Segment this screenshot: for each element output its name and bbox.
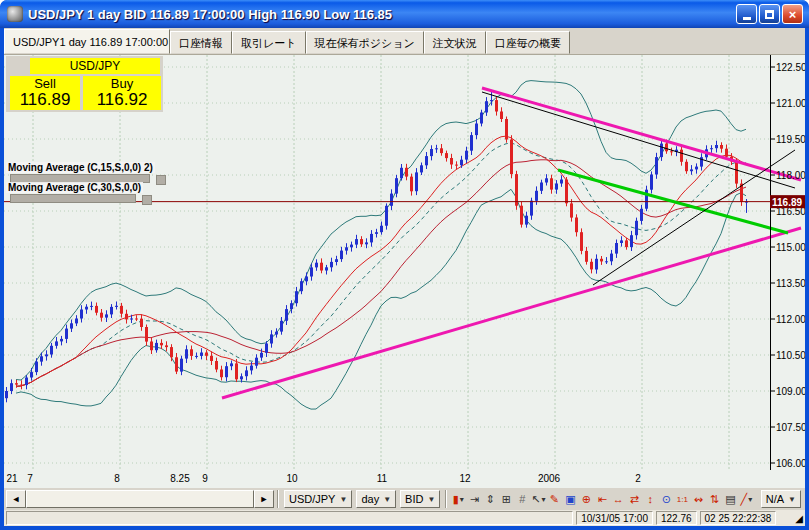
pair-select[interactable]: USD/JPY▼	[284, 490, 352, 508]
tab-open-positions[interactable]: 現在保有ポジション	[306, 31, 424, 54]
chart-scrollbar[interactable]	[26, 490, 254, 508]
status-clock: 02 25 22:22:38	[700, 511, 777, 525]
line-style-icon[interactable]: ╱▾	[738, 490, 754, 508]
scale-horizontal-icon[interactable]: ↭	[690, 490, 706, 508]
svg-text:21: 21	[6, 473, 18, 484]
toolbar-separator	[445, 490, 447, 508]
tab-chart[interactable]: USD/JPY1 day 116.89 17:00:00	[4, 29, 170, 54]
svg-text:11: 11	[377, 473, 388, 484]
scale-1-1-icon[interactable]: 1:1	[674, 490, 690, 508]
pair-select-value: USD/JPY	[289, 493, 335, 505]
svg-text:10: 10	[286, 473, 298, 484]
period-select-value: day	[361, 493, 379, 505]
scale-vertical-icon[interactable]: ⇅	[706, 490, 722, 508]
zoom-to-fit-icon[interactable]: ⇤	[594, 490, 610, 508]
sell-price: 116.89	[10, 91, 80, 109]
indicator-label-ma30[interactable]: Moving Average (C,30,S,0,0)	[6, 182, 143, 193]
pointer-tool-icon[interactable]: ↖▾	[530, 490, 546, 508]
toolbar-separator	[277, 490, 279, 508]
app-window: USD/JPY 1 day BID 116.89 17:00:00 High 1…	[0, 0, 809, 530]
maximize-button[interactable]	[759, 4, 780, 24]
grid-icon[interactable]: ⊞	[498, 490, 514, 508]
svg-text:119.50: 119.50	[776, 134, 805, 145]
svg-text:122.50: 122.50	[776, 62, 805, 73]
indicator-resize-handle[interactable]	[142, 195, 152, 205]
minimize-button[interactable]	[736, 4, 757, 24]
svg-text:113.50: 113.50	[776, 278, 805, 289]
svg-text:9: 9	[202, 473, 208, 484]
maximize-icon	[765, 10, 774, 19]
chevron-down-icon: ▼	[383, 495, 391, 504]
buy-price: 116.92	[83, 91, 161, 109]
tab-bar: USD/JPY1 day 116.89 17:00:00 口座情報 取引レート …	[4, 28, 805, 55]
svg-text:7: 7	[27, 473, 33, 484]
clear-selection-icon[interactable]: #	[514, 490, 530, 508]
chevron-down-icon: ▼	[427, 495, 435, 504]
price-chart-canvas[interactable]: 122.50121.00119.50118.00116.50115.00113.…	[4, 55, 805, 488]
data-window-icon[interactable]: ▤	[722, 490, 738, 508]
svg-text:118.00: 118.00	[776, 170, 805, 181]
buy-button[interactable]: Buy 116.92	[83, 76, 161, 110]
tab-dealing-rates[interactable]: 取引レート	[232, 31, 306, 54]
status-bar: 10/31/05 17:00 122.76 02 25 22:22:38 ◢	[4, 510, 805, 526]
scroll-left-button[interactable]: ◄	[6, 490, 26, 508]
svg-text:116.89: 116.89	[772, 197, 802, 208]
candle-style-icon[interactable]: ▮▾	[450, 490, 466, 508]
compress-horizontal-icon[interactable]: ⇄	[626, 490, 642, 508]
resize-grip[interactable]: ◢	[795, 513, 803, 524]
draw-trendline-icon[interactable]: ✎	[546, 490, 562, 508]
fit-vertical-icon[interactable]: ⇕	[482, 490, 498, 508]
scroll-right-button[interactable]: ►	[254, 490, 274, 508]
buy-label: Buy	[83, 76, 161, 91]
indicator-handle-ma30[interactable]	[10, 194, 136, 203]
svg-text:109.00: 109.00	[776, 386, 805, 397]
svg-text:8.25: 8.25	[170, 473, 190, 484]
indicator-ma30: Moving Average (C,30,S,0,0)	[6, 182, 143, 203]
svg-text:12: 12	[459, 473, 471, 484]
quote-pair-label: USD/JPY	[30, 58, 160, 74]
chevron-down-icon: ▼	[339, 495, 347, 504]
goto-latest-icon[interactable]: ⇥	[466, 490, 482, 508]
svg-text:2006: 2006	[538, 473, 561, 484]
status-datetime: 10/31/05 17:00	[576, 511, 653, 525]
app-icon	[7, 6, 23, 22]
minimize-icon	[743, 17, 751, 20]
overlay-select[interactable]: N/A▼	[761, 490, 801, 508]
indicator-label-ma15[interactable]: Moving Average (C,15,S,0,0) 2)	[6, 162, 155, 173]
quote-panel: USD/JPY Sell 116.89 Buy 116.92	[6, 56, 163, 112]
connection-status-icon	[779, 512, 792, 525]
chart-area: 122.50121.00119.50118.00116.50115.00113.…	[4, 55, 805, 488]
chart-toolbar: ◄ ► USD/JPY▼ day▼ BID▼ ▮▾⇥⇕⊞#↖▾✎▣⊕⇤↔⇄↕⊙1…	[4, 488, 805, 510]
svg-text:107.50: 107.50	[776, 422, 805, 433]
svg-text:110.50: 110.50	[776, 350, 805, 361]
svg-text:121.00: 121.00	[776, 98, 805, 109]
zoom-reset-icon[interactable]: ⊙	[658, 490, 674, 508]
tab-order-status[interactable]: 注文状況	[424, 31, 486, 54]
status-message	[6, 511, 573, 525]
tab-account-summary[interactable]: 口座毎の概要	[486, 31, 570, 54]
overlay-select-value: N/A	[766, 493, 784, 505]
svg-text:112.00: 112.00	[776, 314, 805, 325]
price-side-value: BID	[405, 493, 423, 505]
sell-button[interactable]: Sell 116.89	[10, 76, 80, 110]
period-select[interactable]: day▼	[356, 490, 396, 508]
tab-account-info[interactable]: 口座情報	[170, 31, 232, 54]
draw-shape-icon[interactable]: ▣	[562, 490, 578, 508]
svg-text:106.00: 106.00	[776, 458, 805, 469]
zoom-in-icon[interactable]: ⊕	[578, 490, 594, 508]
svg-text:115.00: 115.00	[776, 242, 805, 253]
price-side-select[interactable]: BID▼	[400, 490, 440, 508]
indicator-ma15: Moving Average (C,15,S,0,0) 2)	[6, 162, 155, 183]
svg-text:8: 8	[114, 473, 120, 484]
chevron-down-icon: ▼	[788, 495, 796, 504]
sell-label: Sell	[10, 76, 80, 91]
svg-text:2: 2	[635, 473, 641, 484]
expand-horizontal-icon[interactable]: ↔	[610, 490, 626, 508]
close-button[interactable]: ×	[782, 4, 803, 24]
title-bar: USD/JPY 1 day BID 116.89 17:00:00 High 1…	[0, 0, 809, 28]
status-value: 122.76	[656, 511, 697, 525]
indicator-resize-handle[interactable]	[156, 175, 166, 185]
expand-vertical-icon[interactable]: ↕	[642, 490, 658, 508]
window-title: USD/JPY 1 day BID 116.89 17:00:00 High 1…	[28, 7, 736, 22]
